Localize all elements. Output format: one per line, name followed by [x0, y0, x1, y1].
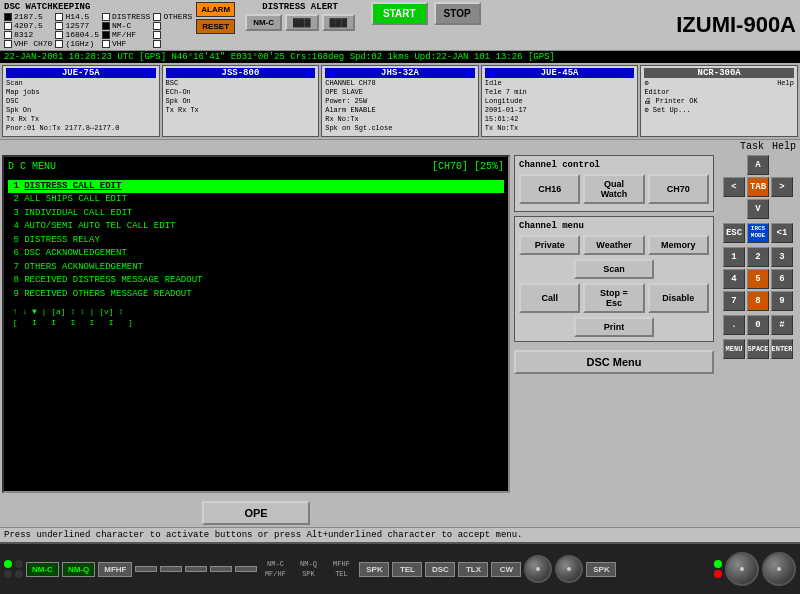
dist-btn-nmc[interactable]: NM-C — [245, 14, 282, 31]
bottom-mfhf-btn[interactable]: MFHF — [98, 562, 132, 577]
jue45a-content: Idle Tele 7 min Longitude 2001-01-17 15:… — [485, 79, 635, 134]
bottom-spk1-btn[interactable]: SPK — [359, 562, 389, 577]
scan-button[interactable]: Scan — [574, 259, 654, 279]
jue75a-content: Scan Map jobs DSC Spk On Tx Rx Tx Pnor:0… — [6, 79, 156, 134]
key-4[interactable]: 4 — [723, 269, 745, 289]
memory-button[interactable]: Memory — [648, 235, 709, 255]
menu-item-3[interactable]: 3 INDIVIDUAL CALL EDIT — [8, 207, 504, 221]
reset-button[interactable]: RESET — [196, 19, 235, 34]
start-button[interactable]: START — [371, 2, 428, 25]
ncr300a-title: NCR-300A — [644, 68, 794, 78]
help-link[interactable]: Help — [772, 141, 796, 152]
disable-button[interactable]: Disable — [648, 283, 709, 313]
weather-button[interactable]: Weather — [583, 235, 644, 255]
menu-item-2[interactable]: 2 ALL SHIPS CALL EDIT — [8, 193, 504, 207]
ch16-button[interactable]: CH16 — [519, 174, 580, 204]
jue75a-mapjobs: Map jobs — [6, 88, 156, 97]
menu-item-6[interactable]: 6 DSC ACKNOWLEDGEMENT — [8, 247, 504, 261]
knob-2[interactable] — [555, 555, 583, 583]
cb-empty1-box — [153, 22, 161, 30]
knob-4[interactable] — [762, 552, 796, 586]
station-jue75a: JUE-75A Scan Map jobs DSC Spk On Tx Rx T… — [2, 65, 160, 137]
distress-btns: NM-C ▓▓▓ ▓▓▓ — [245, 14, 355, 31]
key-enter[interactable]: ENTER — [771, 339, 793, 359]
cb-8312: 8312 — [4, 30, 52, 39]
indicator-dots-2 — [15, 560, 23, 578]
bottom-empty2-btn[interactable] — [160, 566, 182, 572]
jhs32a-content: CHANNEL CH78 OPE SLAVE Power: 25W Alarm … — [325, 79, 475, 134]
key-dot[interactable]: . — [723, 315, 745, 335]
dist-btn-3[interactable]: ▓▓▓ — [322, 14, 356, 31]
indicator-dots — [4, 560, 12, 578]
key-7[interactable]: 7 — [723, 291, 745, 311]
cb-4207-box — [4, 22, 12, 30]
key-5[interactable]: 5 — [747, 269, 769, 289]
knob-3[interactable] — [725, 552, 759, 586]
bottom-nmq-btn[interactable]: NM-Q — [62, 562, 95, 577]
key-9[interactable]: 9 — [771, 291, 793, 311]
menu-item-1[interactable]: 1 DISTRESS CALL EDIT — [8, 180, 504, 194]
cb-distress-label: DISTRESS — [112, 12, 150, 21]
private-button[interactable]: Private — [519, 235, 580, 255]
bottom-dsc-btn[interactable]: DSC — [425, 562, 455, 577]
bottom-spk2-btn[interactable]: SPK — [586, 562, 616, 577]
qual-watch-button[interactable]: Qual Watch — [583, 174, 644, 204]
cb-distress: DISTRESS — [102, 12, 150, 21]
distress-alert-section: DISTRESS ALERT NM-C ▓▓▓ ▓▓▓ — [245, 2, 355, 31]
ch70-button[interactable]: CH70 — [648, 174, 709, 204]
key-6[interactable]: 6 — [771, 269, 793, 289]
cb-empty2-box — [153, 31, 161, 39]
num-grid: 1 2 3 4 5 6 7 8 9 — [723, 247, 793, 311]
key-1[interactable]: 1 — [723, 247, 745, 267]
jue75a-title: JUE-75A — [6, 68, 156, 78]
ope-button[interactable]: OPE — [202, 501, 309, 525]
task-link[interactable]: Task — [740, 141, 764, 152]
key-ircs-mode[interactable]: IRCSMODE — [747, 223, 769, 243]
key-8[interactable]: 8 — [747, 291, 769, 311]
jhs32a-tx-rx: Rx No:Tx — [325, 115, 475, 124]
bottom-empty1-btn[interactable] — [135, 566, 157, 572]
stop-esc-button[interactable]: Stop = Esc — [583, 283, 644, 313]
knob-1[interactable] — [524, 555, 552, 583]
bottom-empty4-btn[interactable] — [210, 566, 232, 572]
dist-btn-2[interactable]: ▓▓▓ — [285, 14, 319, 31]
key-lt1[interactable]: <1 — [771, 223, 793, 243]
bottom-tlx-btn[interactable]: TLX — [458, 562, 488, 577]
cb-others-box — [153, 13, 161, 21]
alarm-button[interactable]: ALARM — [196, 2, 235, 17]
key-2[interactable]: 2 — [747, 247, 769, 267]
key-0[interactable]: 0 — [747, 315, 769, 335]
jhs32a-ope: OPE SLAVE — [325, 88, 475, 97]
jhs32a-spk: Spk on Sgt.close — [325, 124, 475, 133]
menu-item-5[interactable]: 5 DISTRESS RELAY — [8, 234, 504, 248]
key-tab[interactable]: TAB — [747, 177, 769, 197]
station-jss800: JSS-800 BSC ECh-On Spk On Tx Rx Tx — [162, 65, 320, 137]
bottom-nmc-btn[interactable]: NM-C — [26, 562, 59, 577]
call-button[interactable]: Call — [519, 283, 580, 313]
key-menu[interactable]: MENU — [723, 339, 745, 359]
cb-2187: 2187.5 — [4, 12, 52, 21]
key-a[interactable]: A — [747, 155, 769, 175]
key-v[interactable]: V — [747, 199, 769, 219]
menu-ch-indicator: [CH70] [25%] — [432, 161, 504, 172]
dsc-menu-button[interactable]: DSC Menu — [514, 350, 714, 374]
bottom-empty5-btn[interactable] — [235, 566, 257, 572]
menu-item-9[interactable]: 9 RECEIVED OTHERS MESSAGE READOUT — [8, 288, 504, 302]
print-button[interactable]: Print — [574, 317, 654, 337]
bottom-tel-btn[interactable]: TEL — [392, 562, 422, 577]
menu-item-4[interactable]: 4 AUTO/SEMI AUTO TEL CALL EDIT — [8, 220, 504, 234]
key-hash[interactable]: # — [771, 315, 793, 335]
cb-8312-box — [4, 31, 12, 39]
key-esc[interactable]: ESC — [723, 223, 745, 243]
cb-others-label: OTHERS — [163, 12, 192, 21]
key-left[interactable]: < — [723, 177, 745, 197]
menu-item-7[interactable]: 7 OTHERS ACKNOWLEDGEMENT — [8, 261, 504, 275]
key-right[interactable]: > — [771, 177, 793, 197]
bottom-empty3-btn[interactable] — [185, 566, 207, 572]
stop-button[interactable]: STOP — [434, 2, 481, 25]
jss800-bsc: BSC — [166, 79, 316, 88]
bottom-cw-btn[interactable]: CW — [491, 562, 521, 577]
key-3[interactable]: 3 — [771, 247, 793, 267]
key-space[interactable]: SPACE — [747, 339, 769, 359]
menu-item-8[interactable]: 8 RECEIVED DISTRESS MESSAGE READOUT — [8, 274, 504, 288]
